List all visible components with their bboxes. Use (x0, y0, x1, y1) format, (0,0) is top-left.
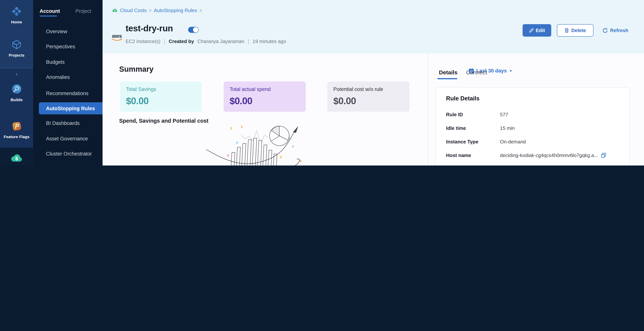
row-label: Idle time (446, 125, 500, 131)
sidebar-item-cluster-orchestrator[interactable]: Cluster Orchestrator (46, 151, 92, 157)
total-actual-spend-card: Total actual spend $0.00 (224, 82, 306, 112)
summary-title: Summary (119, 65, 154, 74)
delete-button[interactable]: Delete (557, 24, 594, 37)
copy-icon[interactable] (601, 153, 606, 158)
idle-time-row: Idle time 15 min (446, 124, 515, 132)
rule-enabled-toggle[interactable] (188, 27, 199, 33)
sidebar-item-anomalies[interactable]: Anomalies (46, 74, 70, 80)
cube-icon (11, 39, 22, 50)
empty-chart-illustration (206, 123, 311, 166)
card-label: Potential cost w/o rule (333, 86, 404, 92)
rail-label: Projects (0, 53, 33, 57)
aws-logo: aws (112, 33, 122, 39)
resource-type: EC2 instance(s) (126, 39, 160, 44)
separator: | (164, 38, 165, 45)
sidebar-item-cloud-costs[interactable]: $ Cloud Costs (0, 153, 33, 166)
flag-icon (12, 121, 22, 131)
edit-label: Edit (536, 28, 545, 33)
harness-logo-icon (11, 6, 22, 17)
trash-icon (564, 28, 569, 33)
pencil-icon (529, 28, 533, 33)
sidebar-item-home[interactable]: Home (0, 6, 33, 24)
card-value: $0.00 (230, 96, 300, 106)
scope-tab-account[interactable]: Account (40, 8, 60, 14)
sidebar-item-asset-governance[interactable]: Asset Governance (46, 136, 88, 142)
harness-ccm-app: Home Projects ▲ Builds (0, 0, 644, 166)
card-value: $0.00 (126, 96, 196, 106)
sidebar-item-feature-flags[interactable]: Feature Flags (0, 121, 33, 139)
sidebar-item-builds[interactable]: Builds (0, 84, 33, 102)
chart-section-label: Spend, Savings and Potential cost (119, 118, 208, 124)
total-savings-card: Total Savings $0.00 (120, 82, 202, 112)
refresh-icon (602, 28, 608, 33)
active-tab-underline (438, 78, 457, 79)
rule-id-row: Rule ID 577 (446, 111, 508, 118)
row-label: Instance Type (446, 139, 500, 144)
breadcrumb-autostopping-rules[interactable]: AutoStopping Rules (154, 8, 197, 13)
row-label: Rule ID (446, 112, 500, 117)
page-title: test-dry-run (126, 24, 173, 34)
edit-button[interactable]: Edit (522, 24, 551, 37)
tab-connect[interactable]: Connect (466, 69, 487, 76)
sidebar-item-perspectives[interactable]: Perspectives (46, 44, 75, 50)
card-value: $0.00 (333, 96, 404, 106)
rail-divider (0, 68, 33, 68)
cloud-costs-icon: $ (112, 8, 118, 13)
sidebar-item-overview[interactable]: Overview (46, 29, 67, 34)
rail-label: Home (0, 20, 33, 24)
rule-subtitle: EC2 instance(s) | Created by Charanya Ja… (126, 38, 286, 45)
cloud-dollar-icon: $ (10, 153, 23, 163)
svg-text:$: $ (114, 10, 116, 12)
rail-label: Feature Flags (0, 134, 33, 139)
sidebar-item-budgets[interactable]: Budgets (46, 59, 65, 65)
card-label: Total Savings (126, 86, 196, 92)
row-value: 15 min (500, 125, 515, 131)
breadcrumb-cloud-costs[interactable]: Cloud Costs (120, 8, 147, 13)
refresh-button[interactable]: Refresh (602, 24, 628, 37)
host-name-row: Host name deciding-kodiak-cg4qcs4h0mmv6l… (446, 151, 606, 159)
created-by-label: Created by (169, 39, 194, 44)
scope-tab-project[interactable]: Project (76, 8, 91, 14)
refresh-label: Refresh (610, 28, 628, 33)
tab-details[interactable]: Details (439, 69, 457, 76)
separator: | (248, 38, 249, 45)
builds-icon (11, 84, 22, 94)
breadcrumb-separator: > (200, 8, 202, 13)
breadcrumb-separator: > (149, 8, 152, 13)
breadcrumb: $ Cloud Costs > AutoStopping Rules > (112, 8, 202, 13)
panel-divider (428, 54, 428, 166)
sidebar-item-projects[interactable]: Projects (0, 39, 33, 57)
created-ago: 19 minutes ago (252, 39, 286, 44)
row-label: Host name (446, 152, 500, 158)
rail-label: Builds (0, 97, 33, 102)
delete-label: Delete (571, 28, 586, 33)
svg-text:$: $ (15, 156, 18, 161)
created-by-name: Charanya Jayaraman (198, 39, 244, 44)
sidebar-item-bi-dashboards[interactable]: BI Dashboards (46, 120, 80, 126)
instance-type-row: Instance Type On-demand (446, 138, 526, 145)
scroll-up-icon[interactable]: ▲ (0, 72, 33, 76)
potential-cost-card: Potential cost w/o rule $0.00 (327, 82, 410, 112)
sidebar-item-label: AutoStopping Rules (46, 106, 95, 111)
ccm-sidebar: $ Account Project Overview Perspectives … (33, 0, 102, 166)
rule-details-title: Rule Details (446, 95, 480, 102)
sidebar-item-recommendations[interactable]: Recommendations (46, 91, 88, 96)
row-value: On-demand (500, 139, 526, 144)
active-tab-underline (40, 16, 57, 17)
host-name-link[interactable]: deciding-kodiak-cg4qcs4h0mmv6lo7gqkg.a..… (500, 152, 598, 158)
card-label: Total actual spend (230, 86, 300, 92)
connector-row: Connector aws harness-aws-sales (446, 165, 551, 166)
rule-details-card: Rule Details Rule ID 577 Idle time 15 mi… (436, 87, 630, 166)
row-value: 577 (500, 112, 508, 117)
aws-smile (112, 38, 124, 42)
module-nav-rail: Home Projects ▲ Builds (0, 0, 33, 166)
sidebar-item-autostopping-rules[interactable]: AutoStopping Rules (39, 102, 102, 114)
caret-down-icon: ▼ (509, 69, 512, 73)
